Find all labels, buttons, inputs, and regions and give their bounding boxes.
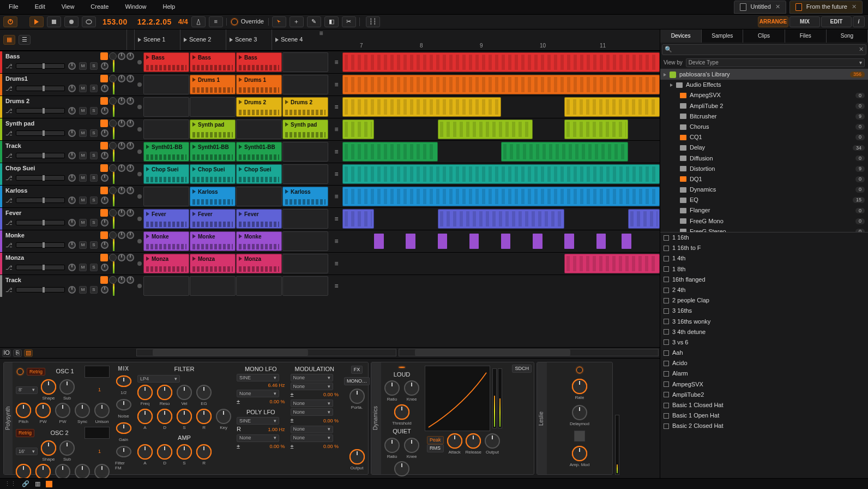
volume-slider[interactable] xyxy=(16,175,65,181)
timeline-row[interactable] xyxy=(342,73,660,96)
empty-clip-slot[interactable] xyxy=(236,187,282,206)
clip[interactable]: Karloss xyxy=(190,187,236,206)
polysynth-output[interactable] xyxy=(349,449,365,464)
timeline-region[interactable] xyxy=(342,187,660,206)
preset-item[interactable]: 3 16ths xyxy=(660,306,868,316)
row-menu-icon[interactable]: ≡ xyxy=(333,215,340,223)
aux-knob[interactable] xyxy=(101,129,108,137)
feg-s[interactable] xyxy=(177,409,192,424)
clip[interactable]: Karloss xyxy=(282,187,328,206)
clip[interactable]: Synth01-BB xyxy=(143,142,189,162)
automation-icon[interactable]: ⎇ xyxy=(5,264,13,271)
osc1-octave[interactable]: 8'▾ xyxy=(16,386,38,394)
mute-button[interactable]: M xyxy=(79,174,87,182)
send-knob[interactable] xyxy=(126,75,134,82)
track-header[interactable]: Monke⎇MS xyxy=(0,230,135,252)
feg-a[interactable] xyxy=(137,409,153,424)
speaker-icon[interactable] xyxy=(100,164,108,172)
row-menu-icon[interactable]: ≡ xyxy=(333,58,340,66)
mute-button[interactable]: M xyxy=(79,152,87,159)
mod-dest-5[interactable]: None▾ xyxy=(291,426,333,433)
timeline-region[interactable] xyxy=(628,209,660,229)
amp-d[interactable] xyxy=(157,444,172,460)
mono-lfo-shape[interactable]: SINE▾ xyxy=(237,374,279,381)
fx-toggle-button[interactable]: ⎘ xyxy=(13,349,22,357)
osc2-sync[interactable] xyxy=(75,464,90,478)
timeline-row[interactable] xyxy=(342,96,660,118)
solo-button[interactable]: S xyxy=(90,286,98,294)
mod-slot-2[interactable]: None▾ xyxy=(237,434,279,442)
osc2-pw1[interactable] xyxy=(35,464,51,478)
tree-effect[interactable]: DQ10 xyxy=(660,174,868,184)
pan-knob[interactable] xyxy=(118,75,125,82)
empty-clip-slot[interactable] xyxy=(282,276,328,296)
send-knob[interactable] xyxy=(126,142,134,150)
timeline-row[interactable] xyxy=(342,230,660,252)
solo-button[interactable]: S xyxy=(90,62,98,70)
timeline-scrollbar[interactable] xyxy=(399,349,659,356)
timeline-row[interactable] xyxy=(342,118,660,140)
leslie-rate[interactable] xyxy=(572,379,587,394)
polysynth-power-icon[interactable] xyxy=(17,368,23,375)
mute-button[interactable]: M xyxy=(79,85,87,92)
tree-effect[interactable]: Diffusion0 xyxy=(660,153,868,164)
preset-item[interactable]: Aah xyxy=(660,348,868,358)
record-arm-button[interactable] xyxy=(109,164,117,172)
clip[interactable]: Chop Suei xyxy=(143,164,189,184)
stop-clip-icon[interactable] xyxy=(137,172,142,176)
stop-clip-icon[interactable] xyxy=(137,239,142,243)
record-arm-button[interactable] xyxy=(109,120,117,127)
dyn-output[interactable] xyxy=(485,433,500,449)
tempo-display[interactable]: 153.00 xyxy=(99,17,131,27)
folder-button[interactable]: ▧ xyxy=(24,349,33,357)
pan-knob[interactable] xyxy=(118,254,125,261)
tree-effect[interactable]: Delay34 xyxy=(660,142,868,153)
power-button[interactable] xyxy=(3,16,17,27)
mute-button[interactable]: M xyxy=(79,196,87,204)
send-knob[interactable] xyxy=(126,231,134,239)
aux-knob[interactable] xyxy=(101,62,108,70)
aux-knob[interactable] xyxy=(101,174,108,182)
browser-tab-devices[interactable]: Devices xyxy=(660,29,702,43)
preset-item[interactable]: 1 4th xyxy=(660,253,868,264)
empty-clip-slot[interactable] xyxy=(282,52,328,72)
empty-clip-slot[interactable] xyxy=(282,209,328,229)
loud-knee[interactable] xyxy=(404,380,419,396)
aux-knob[interactable] xyxy=(101,286,108,294)
osc1-pitch[interactable] xyxy=(16,403,31,418)
mute-button[interactable]: M xyxy=(79,62,87,70)
feg-d[interactable] xyxy=(157,409,172,424)
view-edit[interactable]: EDIT xyxy=(821,16,852,27)
volume-slider[interactable] xyxy=(16,130,65,136)
timeline-region[interactable] xyxy=(342,75,660,94)
osc2-octave[interactable]: 16'▾ xyxy=(16,448,38,455)
amp-s[interactable] xyxy=(177,444,192,460)
track-header[interactable]: Track⎇MS xyxy=(0,275,135,297)
mute-button[interactable]: M xyxy=(79,219,87,226)
speaker-icon[interactable] xyxy=(100,97,108,105)
empty-clip-slot[interactable] xyxy=(282,164,328,184)
menu-window[interactable]: Window xyxy=(122,1,149,13)
timeline-region[interactable] xyxy=(564,254,660,273)
empty-clip-slot[interactable] xyxy=(236,120,282,139)
gain-knob[interactable] xyxy=(68,174,76,182)
aux-knob[interactable] xyxy=(101,85,108,92)
gain-knob[interactable] xyxy=(68,62,76,70)
clip[interactable]: Drums 2 xyxy=(236,97,282,117)
clip[interactable]: Monza xyxy=(143,254,189,273)
scene-header[interactable]: Scene 3 xyxy=(226,29,272,50)
mute-button[interactable]: M xyxy=(79,129,87,137)
row-menu-icon[interactable]: ≡ xyxy=(333,81,340,88)
device-dynamics-tab[interactable]: Dynamics xyxy=(371,362,381,474)
speaker-icon[interactable] xyxy=(100,209,108,217)
record-arm-button[interactable] xyxy=(109,209,117,217)
automation-override[interactable]: Override xyxy=(226,18,269,25)
gain-knob[interactable] xyxy=(68,241,76,249)
speaker-icon[interactable] xyxy=(100,52,108,60)
clip[interactable]: Fever xyxy=(143,209,189,229)
empty-clip-slot[interactable] xyxy=(143,120,189,139)
preset-item[interactable]: Basic 2 Closed Hat xyxy=(660,421,868,431)
record-arm-button[interactable] xyxy=(109,142,117,150)
solo-button[interactable]: S xyxy=(90,264,98,271)
timeline-row[interactable] xyxy=(342,252,660,275)
